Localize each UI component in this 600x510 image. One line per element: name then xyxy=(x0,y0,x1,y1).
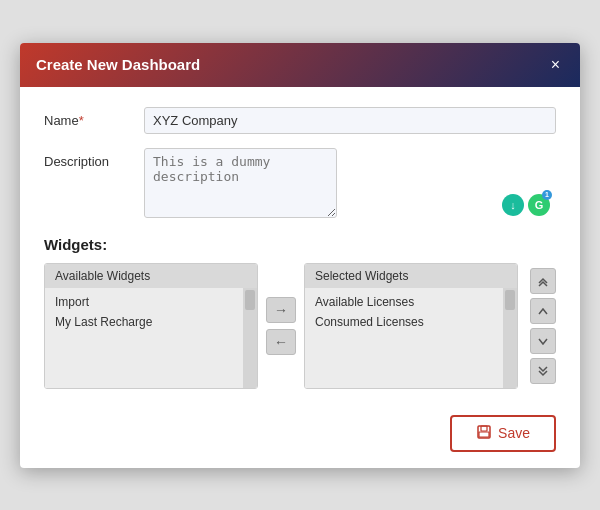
chevron-double-down-icon xyxy=(537,365,549,377)
list-item[interactable]: Import xyxy=(45,292,257,312)
scrollbar xyxy=(243,288,257,388)
chevron-up-icon xyxy=(537,305,549,317)
required-indicator: * xyxy=(79,113,84,128)
selected-widgets-list[interactable]: Available Licenses Consumed Licenses xyxy=(305,288,517,388)
move-right-button[interactable]: → xyxy=(266,297,296,323)
widgets-section-label: Widgets: xyxy=(44,236,556,253)
available-widgets-header: Available Widgets xyxy=(45,264,257,288)
move-down-button[interactable] xyxy=(530,328,556,354)
transfer-buttons: → ← xyxy=(266,297,296,355)
name-row: Name* xyxy=(44,107,556,134)
save-label: Save xyxy=(498,425,530,441)
move-left-button[interactable]: ← xyxy=(266,329,296,355)
grammarly-icon-button[interactable]: G 1 xyxy=(528,194,550,216)
description-row: Description ↓ G 1 xyxy=(44,148,556,222)
chevron-double-up-icon xyxy=(537,275,549,287)
save-button[interactable]: Save xyxy=(450,415,556,452)
description-input[interactable] xyxy=(144,148,337,218)
move-to-bottom-button[interactable] xyxy=(530,358,556,384)
chevron-down-icon xyxy=(537,335,549,347)
save-icon xyxy=(476,424,492,443)
close-button[interactable]: × xyxy=(547,55,564,75)
scrollbar xyxy=(503,288,517,388)
move-up-button[interactable] xyxy=(530,298,556,324)
selected-widgets-box: Selected Widgets Available Licenses Cons… xyxy=(304,263,518,389)
dialog-title: Create New Dashboard xyxy=(36,56,200,73)
widgets-area: Available Widgets Import My Last Recharg… xyxy=(44,263,556,389)
name-input[interactable] xyxy=(144,107,556,134)
svg-rect-2 xyxy=(479,432,489,437)
move-to-top-button[interactable] xyxy=(530,268,556,294)
list-item[interactable]: Available Licenses xyxy=(305,292,517,312)
dialog-body: Name* Description ↓ G 1 Widg xyxy=(20,87,580,405)
description-icons: ↓ G 1 xyxy=(502,194,550,216)
name-label: Name* xyxy=(44,107,144,128)
available-widgets-box: Available Widgets Import My Last Recharg… xyxy=(44,263,258,389)
selected-widgets-header: Selected Widgets xyxy=(305,264,517,288)
list-item[interactable]: Consumed Licenses xyxy=(305,312,517,332)
available-widgets-list[interactable]: Import My Last Recharge xyxy=(45,288,257,388)
grammarly-badge: 1 xyxy=(542,190,552,200)
dialog-footer: Save xyxy=(20,405,580,468)
description-wrapper: ↓ G 1 xyxy=(144,148,556,222)
create-dashboard-dialog: Create New Dashboard × Name* Description… xyxy=(20,43,580,468)
dialog-header: Create New Dashboard × xyxy=(20,43,580,87)
download-icon-button[interactable]: ↓ xyxy=(502,194,524,216)
order-buttons xyxy=(530,268,556,384)
list-item[interactable]: My Last Recharge xyxy=(45,312,257,332)
description-label: Description xyxy=(44,148,144,169)
